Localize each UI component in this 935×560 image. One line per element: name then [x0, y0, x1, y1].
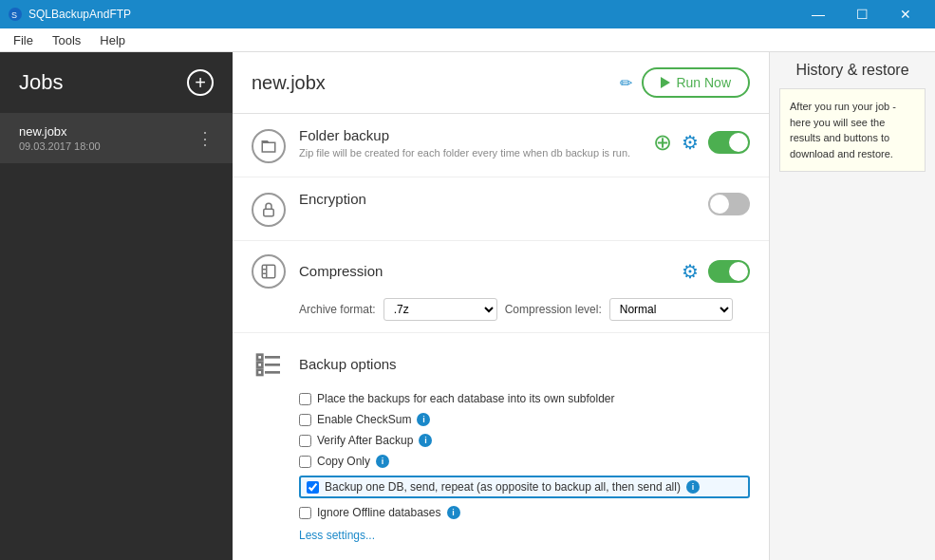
encryption-toggle[interactable] — [708, 193, 750, 215]
content-area: new.jobx ✏ Run Now Folder backup Zip fil… — [233, 52, 769, 560]
folder-backup-add-button[interactable]: ⊕ — [653, 129, 672, 156]
info-icon[interactable]: i — [686, 480, 700, 494]
encryption-controls — [708, 193, 750, 215]
checkbox-verify[interactable] — [299, 435, 311, 447]
list-item: Enable CheckSum i — [299, 413, 750, 426]
list-item-highlighted: Backup one DB, send, repeat (as opposite… — [299, 476, 750, 498]
svg-rect-7 — [257, 355, 262, 360]
backup-options-title: Backup options — [299, 356, 397, 372]
folder-backup-desc: Zip file will be created for each folder… — [299, 147, 640, 159]
archive-format-select[interactable]: .7z .zip — [383, 298, 497, 321]
sidebar: Jobs + new.jobx 09.03.2017 18:00 ⋮ — [0, 52, 233, 560]
less-settings-link[interactable]: Less settings... — [299, 529, 750, 551]
svg-rect-3 — [262, 265, 275, 278]
titlebar: S SQLBackupAndFTP — ☐ ✕ — [0, 0, 935, 28]
toggle-knob — [729, 133, 748, 152]
svg-text:S: S — [11, 10, 17, 20]
content-job-title: new.jobx — [252, 72, 607, 94]
encryption-icon — [252, 193, 286, 227]
main-layout: Jobs + new.jobx 09.03.2017 18:00 ⋮ new.j… — [0, 52, 935, 560]
folder-backup-section: Folder backup Zip file will be created f… — [233, 114, 769, 177]
content-header: new.jobx ✏ Run Now — [233, 52, 769, 114]
compression-icon — [252, 254, 286, 289]
right-panel: History & restore After you run your job… — [769, 52, 935, 560]
checkbox-label: Backup one DB, send, repeat (as opposite… — [325, 480, 681, 494]
play-icon — [661, 77, 670, 88]
checkbox-copy-only[interactable] — [299, 456, 311, 468]
folder-backup-controls: ⊕ ⚙ — [653, 129, 750, 156]
checkbox-backup-one-db[interactable] — [307, 481, 319, 494]
compression-toggle[interactable] — [708, 260, 750, 283]
info-icon[interactable]: i — [417, 413, 430, 426]
window-controls: — ☐ ✕ — [796, 0, 927, 28]
right-panel-title: History & restore — [779, 62, 926, 79]
checkbox-subfolder[interactable] — [299, 393, 311, 405]
backup-options-header: Backup options — [252, 346, 750, 381]
job-name: new.jobx — [19, 124, 101, 139]
compression-settings-icon[interactable]: ⚙ — [682, 260, 699, 283]
add-job-button[interactable]: + — [187, 69, 214, 96]
maximize-button[interactable]: ☐ — [840, 0, 884, 28]
svg-rect-11 — [257, 370, 262, 375]
compression-level-label: Compression level: — [505, 303, 602, 316]
archive-format-label: Archive format: — [299, 303, 376, 316]
checkbox-label: Verify After Backup — [317, 434, 413, 447]
backup-options-section: Backup options Place the backups for eac… — [233, 333, 769, 560]
compression-controls: ⚙ — [682, 260, 750, 283]
minimize-button[interactable]: — — [796, 0, 840, 28]
list-item: Place the backups for each database into… — [299, 392, 750, 405]
info-icon[interactable]: i — [419, 434, 432, 447]
menu-file[interactable]: File — [4, 31, 43, 49]
compression-format-controls: Archive format: .7z .zip Compression lev… — [299, 298, 750, 321]
close-button[interactable]: ✕ — [884, 0, 927, 28]
content-scroll: Folder backup Zip file will be created f… — [233, 114, 769, 560]
app-title: SQLBackupAndFTP — [28, 8, 796, 21]
svg-rect-2 — [264, 209, 274, 216]
info-icon[interactable]: i — [376, 455, 389, 468]
history-note: After you run your job - here you will s… — [779, 88, 926, 172]
job-menu-button[interactable]: ⋮ — [196, 128, 214, 149]
compression-header: Compression ⚙ — [252, 252, 750, 289]
folder-backup-body: Folder backup Zip file will be created f… — [299, 127, 640, 159]
job-date: 09.03.2017 18:00 — [19, 140, 101, 152]
list-item: Verify After Backup i — [299, 434, 750, 447]
job-list-item[interactable]: new.jobx 09.03.2017 18:00 ⋮ — [0, 113, 233, 163]
backup-options-list: Place the backups for each database into… — [299, 392, 750, 519]
folder-backup-toggle[interactable] — [708, 131, 750, 154]
toggle-knob — [710, 195, 729, 214]
compression-title: Compression — [299, 263, 668, 279]
checkbox-label: Place the backups for each database into… — [317, 392, 615, 405]
menu-help[interactable]: Help — [90, 31, 135, 49]
encryption-section: Encryption — [233, 177, 769, 241]
checkbox-checksum[interactable] — [299, 414, 311, 426]
checkbox-label: Enable CheckSum — [317, 413, 411, 426]
list-item: Copy Only i — [299, 455, 750, 468]
folder-backup-title: Folder backup — [299, 127, 640, 143]
checkbox-label: Copy Only — [317, 455, 370, 468]
job-info: new.jobx 09.03.2017 18:00 — [19, 124, 101, 152]
info-icon[interactable]: i — [447, 506, 460, 519]
sidebar-header: Jobs + — [0, 52, 233, 113]
checkbox-ignore-offline[interactable] — [299, 507, 311, 519]
encryption-body: Encryption — [299, 191, 695, 207]
run-now-label: Run Now — [676, 75, 731, 90]
list-item: Ignore Offline databases i — [299, 506, 750, 519]
run-now-button[interactable]: Run Now — [642, 67, 750, 98]
menu-tools[interactable]: Tools — [43, 31, 90, 49]
sidebar-title: Jobs — [19, 70, 63, 95]
encryption-title: Encryption — [299, 191, 695, 207]
backup-options-icon — [252, 346, 286, 381]
folder-backup-settings-icon[interactable]: ⚙ — [682, 131, 699, 154]
toggle-knob — [729, 262, 748, 281]
app-icon: S — [8, 7, 23, 22]
edit-icon[interactable]: ✏ — [620, 74, 632, 92]
svg-rect-9 — [257, 363, 262, 367]
compression-section: Compression ⚙ Archive format: .7z .zip — [233, 241, 769, 333]
folder-backup-icon — [252, 129, 286, 163]
checkbox-label: Ignore Offline databases — [317, 506, 441, 519]
compression-level-select[interactable]: Normal Fast Maximum None — [609, 298, 733, 321]
menubar: File Tools Help — [0, 28, 935, 52]
